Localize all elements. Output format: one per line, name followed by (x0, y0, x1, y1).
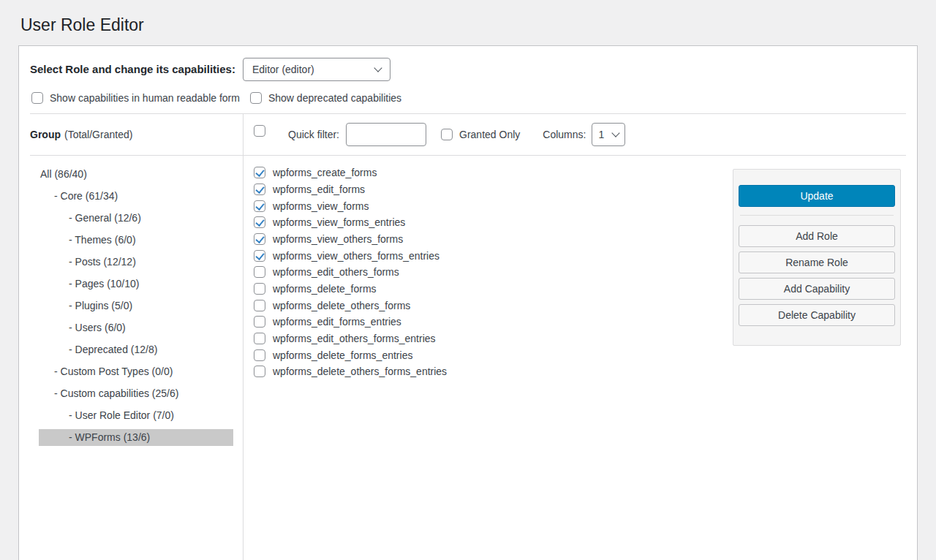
page-title: User Role Editor (0, 0, 936, 45)
group-tree-item-custom-capabilities[interactable]: - Custom capabilities (25/6) (39, 385, 233, 402)
capability-checkbox[interactable] (254, 216, 265, 228)
capability-row: wpforms_create_forms (254, 164, 733, 181)
capability-label: wpforms_edit_forms_entries (273, 316, 401, 328)
group-tree-item-general[interactable]: - General (12/6) (39, 210, 233, 227)
chevron-down-icon (374, 64, 382, 72)
capability-row: wpforms_edit_others_forms (254, 264, 733, 281)
rename-role-button[interactable]: Rename Role (739, 251, 895, 273)
show-deprecated-label: Show deprecated capabilities (268, 92, 401, 104)
capability-row: wpforms_view_forms_entries (254, 214, 733, 231)
capability-row: wpforms_edit_others_forms_entries (254, 330, 733, 347)
actions-panel: Update Add Role Rename Role Add Capabili… (733, 169, 901, 346)
capability-label: wpforms_view_others_forms_entries (273, 250, 439, 262)
group-tree-item-user-role-editor[interactable]: - User Role Editor (7/0) (39, 407, 233, 424)
capabilities-column: Quick filter: Granted Only Columns: 1 wp… (243, 114, 917, 560)
capability-checkbox[interactable] (254, 283, 265, 295)
show-deprecated-checkbox[interactable] (250, 92, 262, 104)
capability-label: wpforms_edit_others_forms_entries (273, 333, 436, 344)
capability-checkbox[interactable] (254, 250, 265, 262)
toggles-row: Show capabilities in human readable form… (19, 81, 917, 113)
group-tree-item-themes[interactable]: - Themes (6/0) (39, 232, 233, 249)
granted-only-label: Granted Only (459, 129, 520, 140)
columns-select[interactable]: 1 (592, 123, 625, 146)
capability-row: wpforms_edit_forms_entries (254, 314, 733, 330)
role-select-value: Editor (editor) (252, 64, 314, 75)
capability-row: wpforms_delete_others_forms_entries (254, 363, 733, 380)
group-tree-item-users[interactable]: - Users (6/0) (39, 319, 233, 336)
group-tree-item-core[interactable]: - Core (61/34) (39, 188, 233, 205)
group-header-title: Group (30, 129, 61, 140)
group-header: Group (Total/Granted) (19, 114, 243, 155)
capability-row: wpforms_edit_forms (254, 181, 733, 198)
capability-checkbox[interactable] (254, 266, 265, 278)
capability-checkbox[interactable] (254, 300, 265, 311)
user-role-editor-panel: Select Role and change its capabilities:… (18, 45, 918, 560)
capability-checkbox[interactable] (254, 200, 265, 212)
capability-row: wpforms_delete_forms_entries (254, 347, 733, 363)
delete-capability-button[interactable]: Delete Capability (739, 304, 895, 326)
granted-only-checkbox[interactable] (441, 129, 453, 140)
group-tree-item-pages[interactable]: - Pages (10/10) (39, 276, 233, 292)
capability-checkbox[interactable] (254, 349, 265, 361)
capability-label: wpforms_edit_forms (273, 183, 365, 195)
group-tree: All (86/40) - Core (61/34) - General (12… (19, 156, 243, 451)
quick-filter-label: Quick filter: (288, 129, 339, 140)
select-all-checkbox[interactable] (254, 125, 265, 137)
quick-filter-input[interactable] (346, 123, 426, 146)
capability-row: wpforms_delete_others_forms (254, 297, 733, 314)
role-row: Select Role and change its capabilities:… (19, 46, 917, 81)
capability-checkbox[interactable] (254, 183, 265, 195)
select-role-label: Select Role and change its capabilities: (30, 63, 235, 75)
capability-label: wpforms_view_others_forms (273, 233, 403, 245)
groups-column: Group (Total/Granted) All (86/40) - Core… (19, 114, 243, 560)
update-button[interactable]: Update (739, 185, 895, 207)
horizontal-divider (740, 215, 894, 216)
capability-label: wpforms_delete_others_forms_entries (273, 366, 447, 377)
capability-checkbox[interactable] (254, 233, 265, 245)
capabilities-area: wpforms_create_forms wpforms_edit_forms … (244, 156, 917, 560)
capability-row: wpforms_view_others_forms_entries (254, 247, 733, 264)
group-tree-item-all[interactable]: All (86/40) (39, 166, 233, 183)
group-tree-item-plugins[interactable]: - Plugins (5/0) (39, 298, 233, 314)
capability-label: wpforms_edit_others_forms (273, 266, 399, 278)
group-tree-item-posts[interactable]: - Posts (12/12) (39, 254, 233, 270)
capability-checkbox[interactable] (254, 316, 265, 328)
capabilities-list: wpforms_create_forms wpforms_edit_forms … (244, 156, 733, 560)
group-tree-item-wpforms[interactable]: - WPForms (13/6) (39, 429, 233, 446)
capability-label: wpforms_create_forms (273, 167, 377, 178)
group-tree-item-deprecated[interactable]: - Deprecated (12/8) (39, 341, 233, 358)
human-readable-label: Show capabilities in human readable form (50, 92, 240, 104)
capability-row: wpforms_view_forms (254, 197, 733, 214)
group-tree-item-custom-post-types[interactable]: - Custom Post Types (0/0) (39, 363, 233, 380)
capability-checkbox[interactable] (254, 366, 265, 377)
group-header-subtitle: (Total/Granted) (64, 129, 132, 140)
human-readable-checkbox[interactable] (31, 92, 43, 104)
chevron-down-icon (612, 129, 620, 137)
capability-row: wpforms_view_others_forms (254, 231, 733, 248)
filter-row: Quick filter: Granted Only Columns: 1 (244, 114, 917, 155)
capability-row: wpforms_delete_forms (254, 281, 733, 298)
capability-checkbox[interactable] (254, 167, 265, 178)
columns-select-value: 1 (598, 129, 604, 140)
capability-label: wpforms_view_forms_entries (273, 216, 405, 228)
add-role-button[interactable]: Add Role (739, 225, 895, 247)
capability-label: wpforms_delete_forms (273, 283, 377, 295)
capability-label: wpforms_view_forms (273, 200, 369, 212)
role-select[interactable]: Editor (editor) (243, 58, 390, 81)
capability-checkbox[interactable] (254, 333, 265, 344)
add-capability-button[interactable]: Add Capability (739, 278, 895, 300)
capability-label: wpforms_delete_others_forms (273, 300, 410, 311)
capability-label: wpforms_delete_forms_entries (273, 349, 412, 361)
main-area: Group (Total/Granted) All (86/40) - Core… (19, 114, 917, 560)
columns-label: Columns: (543, 129, 586, 140)
